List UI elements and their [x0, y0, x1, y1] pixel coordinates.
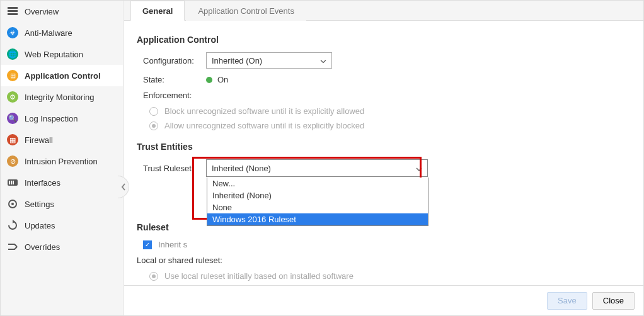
- main-panel: General Application Control Events Appli…: [124, 1, 643, 315]
- trust-ruleset-dropdown: New... Inherited (None) None Windows 201…: [207, 178, 428, 226]
- chevron-down-icon: [416, 164, 422, 173]
- trust-ruleset-label: Trust Ruleset:: [143, 164, 206, 173]
- state-value: On: [217, 75, 228, 84]
- local-shared-label-start: Local or share: [137, 256, 188, 265]
- trust-heading: Trust Entities: [137, 142, 631, 152]
- sidebar-item-overview[interactable]: Overview: [1, 1, 123, 22]
- globe-icon: 🌐: [7, 48, 18, 60]
- biohazard-icon: ☣: [7, 27, 18, 38]
- sidebar-item-label: Interfaces: [25, 178, 60, 188]
- config-select[interactable]: Inherited (On): [206, 52, 332, 69]
- enforcement-label: Enforcement:: [143, 91, 192, 100]
- local-shared-label-end: d ruleset:: [188, 256, 222, 265]
- svg-rect-2: [8, 13, 18, 15]
- inherit-checkbox[interactable]: ✓: [143, 240, 152, 249]
- close-button[interactable]: Close: [592, 292, 635, 310]
- sidebar-item-webreputation[interactable]: 🌐 Web Reputation: [1, 43, 123, 65]
- svg-point-8: [11, 203, 14, 205]
- sidebar-item-antimalware[interactable]: ☣ Anti-Malware: [1, 22, 123, 43]
- dd-item-inherited[interactable]: Inherited (None): [207, 189, 428, 201]
- config-select-value: Inherited (On): [212, 56, 262, 65]
- sidebar-item-label: Web Reputation: [25, 50, 83, 59]
- tab-general[interactable]: General: [130, 1, 185, 21]
- sidebar-item-loginspection[interactable]: 🔍 Log Inspection: [1, 108, 123, 129]
- sidebar-item-label: Overview: [25, 7, 59, 16]
- footer: Save Close: [124, 285, 643, 315]
- block-option-label: Block unrecognized software until it is …: [164, 106, 364, 116]
- dd-item-none[interactable]: None: [207, 201, 428, 213]
- use-local-radio: [149, 272, 158, 281]
- sidebar-item-label: Intrusion Prevention: [25, 157, 98, 166]
- sidebar-item-label: Overrides: [25, 242, 60, 252]
- gear-icon: [7, 198, 18, 210]
- sidebar-item-label: Integrity Monitoring: [25, 93, 95, 102]
- dd-item-windows[interactable]: Windows 2016 Ruleset: [207, 213, 428, 225]
- tab-events[interactable]: Application Control Events: [186, 1, 306, 21]
- sidebar: Overview ☣ Anti-Malware 🌐 Web Reputation…: [1, 1, 124, 315]
- save-button[interactable]: Save: [547, 292, 587, 310]
- integrity-icon: ⚙: [7, 91, 18, 103]
- trust-ruleset-value: Inherited (None): [212, 164, 271, 173]
- sidebar-item-interfaces[interactable]: Interfaces: [1, 172, 123, 193]
- svg-rect-6: [13, 181, 14, 184]
- sidebar-item-settings[interactable]: Settings: [1, 193, 123, 215]
- sidebar-item-label: Anti-Malware: [25, 28, 72, 38]
- sidebar-item-overrides[interactable]: Overrides: [1, 236, 123, 257]
- svg-rect-1: [8, 10, 18, 12]
- sidebar-item-label: Updates: [25, 221, 55, 230]
- sidebar-item-label: Firewall: [25, 135, 53, 145]
- refresh-icon: [7, 220, 18, 231]
- tabs: General Application Control Events: [124, 1, 643, 21]
- search-icon: 🔍: [7, 113, 18, 124]
- sidebar-item-label: Application Control: [25, 71, 101, 81]
- intrusion-icon: ⊘: [7, 155, 18, 167]
- svg-rect-0: [8, 7, 18, 9]
- svg-rect-5: [11, 181, 12, 184]
- state-indicator-icon: [206, 77, 212, 83]
- sidebar-item-firewall[interactable]: ▦ Firewall: [1, 129, 123, 150]
- state-label: State:: [143, 75, 206, 84]
- allow-radio: [149, 121, 158, 130]
- sidebar-item-appcontrol[interactable]: ⊞ Application Control: [1, 65, 123, 86]
- shuffle-icon: [7, 241, 18, 252]
- config-label: Configuration:: [143, 56, 206, 65]
- allow-option-label: Allow unrecognized software until it is …: [164, 121, 364, 130]
- chevron-down-icon: [320, 56, 326, 65]
- block-radio: [149, 107, 158, 116]
- sidebar-item-intrusion[interactable]: ⊘ Intrusion Prevention: [1, 150, 123, 172]
- use-local-label: Use local ruleset initially based on ins…: [164, 271, 354, 281]
- sidebar-item-updates[interactable]: Updates: [1, 215, 123, 236]
- app-control-heading: Application Control: [137, 35, 631, 45]
- app-control-icon: ⊞: [7, 70, 18, 81]
- svg-rect-4: [9, 181, 10, 184]
- sidebar-item-label: Settings: [25, 200, 54, 209]
- sidebar-item-integrity[interactable]: ⚙ Integrity Monitoring: [1, 86, 123, 108]
- overview-icon: [7, 6, 18, 17]
- interfaces-icon: [7, 177, 18, 188]
- inherit-label: Inherit s: [158, 240, 187, 249]
- dd-item-new[interactable]: New...: [207, 178, 428, 189]
- firewall-icon: ▦: [7, 134, 18, 145]
- sidebar-item-label: Log Inspection: [25, 114, 78, 123]
- trust-ruleset-select[interactable]: Inherited (None) New... Inherited (None)…: [206, 159, 428, 177]
